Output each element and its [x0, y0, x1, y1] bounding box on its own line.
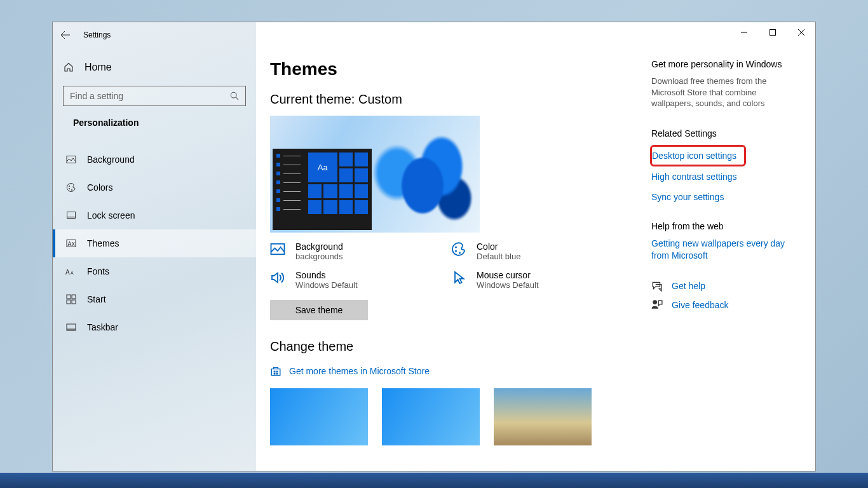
right-column: Get more personality in Windows Download… [645, 48, 815, 471]
sidebar-item-label: Background [87, 154, 135, 165]
svg-point-21 [455, 250, 457, 252]
part-value: Default blue [477, 252, 520, 261]
taskbar-icon [65, 322, 77, 332]
sidebar-item-background[interactable]: Background [53, 146, 256, 173]
sidebar-home[interactable]: Home [63, 55, 246, 79]
maximize-button[interactable] [758, 23, 787, 42]
link-sync-your-settings[interactable]: Sync your settings [651, 192, 799, 202]
sidebar-nav: Background Colors Lock screen Themes AA … [53, 146, 256, 341]
svg-rect-23 [274, 370, 276, 372]
sidebar-item-label: Start [87, 294, 106, 304]
theme-thumbnail-1[interactable] [270, 388, 368, 445]
svg-rect-15 [67, 300, 71, 304]
minimize-button[interactable] [729, 23, 758, 42]
svg-point-20 [455, 247, 457, 248]
svg-text:A: A [71, 271, 74, 275]
titlebar: Settings [53, 22, 815, 43]
svg-point-7 [71, 189, 72, 191]
svg-rect-26 [276, 373, 278, 375]
start-icon [65, 294, 77, 304]
svg-rect-14 [72, 295, 76, 299]
svg-rect-16 [72, 300, 76, 304]
arrow-left-icon [60, 30, 71, 40]
svg-line-3 [236, 97, 238, 100]
svg-rect-9 [67, 217, 76, 219]
svg-rect-24 [276, 370, 278, 372]
sidebar-item-fonts[interactable]: AA Fonts [53, 257, 256, 285]
theme-preview: Aa [270, 116, 480, 233]
svg-rect-18 [67, 329, 76, 330]
part-label: Sounds [295, 270, 358, 280]
give-feedback-text: Give feedback [672, 300, 729, 310]
sidebar-item-taskbar[interactable]: Taskbar [53, 313, 256, 341]
part-label: Color [477, 241, 520, 252]
page-title: Themes [270, 59, 620, 79]
palette-icon [451, 241, 468, 257]
back-button[interactable] [53, 22, 78, 48]
theme-thumbnail-3[interactable] [494, 388, 592, 445]
category-label: Personalization [63, 106, 246, 134]
close-icon [798, 29, 804, 36]
part-value: Windows Default [477, 280, 539, 290]
sidebar-item-label: Themes [87, 238, 119, 248]
preview-aa-tile: Aa [308, 152, 337, 182]
sidebar-item-label: Colors [87, 182, 112, 193]
svg-text:A: A [65, 269, 70, 276]
palette-icon [65, 182, 77, 193]
theme-thumbnail-2[interactable] [382, 388, 480, 445]
maximize-icon [770, 29, 776, 36]
part-label: Background [295, 241, 343, 252]
svg-point-22 [459, 252, 461, 254]
promo-body: Download free themes from the Microsoft … [651, 76, 799, 109]
svg-point-6 [69, 188, 70, 189]
part-value: Windows Default [295, 280, 358, 290]
sidebar-item-label: Lock screen [87, 210, 135, 220]
svg-rect-25 [274, 373, 276, 375]
search-box[interactable] [63, 86, 246, 106]
svg-point-27 [653, 301, 657, 304]
theme-part-sounds[interactable]: Sounds Windows Default [270, 270, 432, 290]
sidebar-item-colors[interactable]: Colors [53, 173, 256, 201]
help-heading: Help from the web [651, 221, 799, 231]
search-icon [230, 92, 239, 100]
close-button[interactable] [787, 23, 815, 42]
current-theme-heading: Current theme: Custom [270, 92, 620, 107]
lockscreen-icon [65, 210, 77, 220]
feedback-icon [651, 299, 663, 311]
svg-rect-1 [770, 30, 775, 36]
theme-part-cursor[interactable]: Mouse cursor Windows Default [451, 270, 613, 290]
link-wallpapers-help[interactable]: Getting new wallpapers every day from Mi… [651, 238, 799, 262]
get-help-link[interactable]: Get help [651, 280, 799, 292]
sidebar-item-lockscreen[interactable]: Lock screen [53, 201, 256, 229]
sidebar-item-themes[interactable]: Themes [53, 229, 256, 257]
picture-icon [65, 154, 77, 165]
settings-window: Settings Home [52, 22, 816, 471]
chat-icon [651, 280, 663, 292]
minimize-icon [741, 29, 747, 36]
speaker-icon [270, 270, 287, 285]
theme-part-background[interactable]: Background backgrounds [270, 241, 432, 261]
store-icon [270, 365, 281, 377]
part-label: Mouse cursor [477, 270, 539, 280]
theme-part-color[interactable]: Color Default blue [451, 241, 613, 261]
give-feedback-link[interactable]: Give feedback [651, 299, 799, 311]
change-theme-heading: Change theme [270, 339, 620, 354]
store-link[interactable]: Get more themes in Microsoft Store [270, 365, 620, 377]
app-title: Settings [83, 30, 111, 39]
search-input[interactable] [70, 91, 230, 101]
home-icon [63, 62, 74, 72]
promo-heading: Get more personality in Windows [651, 59, 799, 69]
start-menu-mock: Aa [273, 149, 372, 230]
sidebar-item-label: Taskbar [87, 322, 118, 332]
sidebar-item-start[interactable]: Start [53, 285, 256, 313]
sidebar-item-label: Fonts [87, 266, 109, 276]
picture-icon [270, 241, 287, 257]
save-theme-button[interactable]: Save theme [270, 300, 368, 320]
store-link-text: Get more themes in Microsoft Store [289, 366, 430, 376]
windows-taskbar[interactable] [0, 473, 868, 488]
link-high-contrast-settings[interactable]: High contrast settings [651, 172, 799, 182]
part-value: backgrounds [295, 252, 343, 261]
sidebar: Home Personalization Background Colors [53, 22, 256, 471]
link-desktop-icon-settings[interactable]: Desktop icon settings [650, 145, 746, 166]
cursor-icon [451, 270, 468, 285]
